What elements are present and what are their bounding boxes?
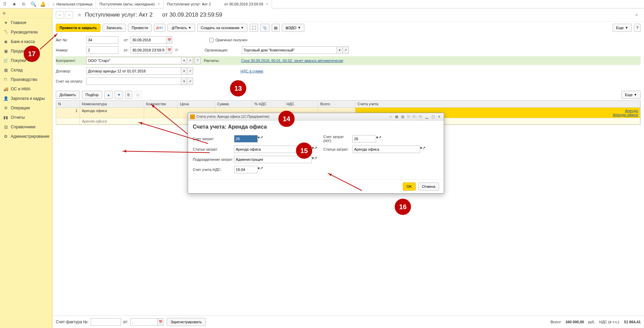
th-vat-pct[interactable]: % НДС (252, 101, 284, 107)
create-based-on-button[interactable]: Создать на основании▼ (197, 24, 248, 32)
m-icon[interactable]: M (406, 114, 411, 119)
th-total[interactable]: Всего (318, 101, 355, 107)
open-icon[interactable]: ↗ (314, 146, 317, 153)
cal-icon[interactable]: ▤ (400, 114, 405, 119)
tab-receipts[interactable]: Поступление (акты, накладные) × (96, 0, 164, 8)
cost-acct-input[interactable] (234, 135, 258, 143)
edo-button[interactable]: ⊞ ЭДО▼ (282, 24, 304, 32)
maximize-icon[interactable]: ▢ (430, 114, 436, 119)
search-icon[interactable]: 🔍 (28, 0, 38, 8)
sidebar-item-manager[interactable]: 〽Руководителю (0, 27, 52, 37)
dropdown-icon[interactable]: ▾ (181, 78, 187, 85)
move-down-button[interactable]: ▼ (115, 91, 123, 99)
close-icon[interactable]: × (266, 2, 268, 6)
th-n[interactable]: N (56, 101, 80, 107)
register-button[interactable]: Зарегистрировать (167, 318, 206, 326)
close-icon[interactable]: × (158, 2, 160, 6)
calc-icon[interactable]: ▦ (394, 114, 399, 119)
ok-button[interactable]: OK (403, 182, 416, 191)
invoice-input[interactable] (86, 78, 181, 85)
org-input[interactable] (242, 46, 337, 54)
post-button[interactable]: Провести (128, 24, 152, 32)
sidebar-item-sales[interactable]: ▣Продажи (0, 46, 52, 56)
contractor-input[interactable] (86, 57, 181, 64)
original-received-checkbox[interactable]: Оригинал получен (209, 38, 247, 42)
add-button[interactable]: Добавить (56, 91, 80, 99)
fav-icon[interactable]: ☆ (388, 114, 393, 119)
m-minus-icon[interactable]: M- (418, 114, 423, 119)
copy-button[interactable]: ⎘ (125, 91, 132, 99)
star-icon[interactable]: ★ (9, 0, 19, 8)
sidebar-item-operations[interactable]: ⚙Операции (0, 103, 52, 113)
contract-input[interactable] (86, 67, 181, 75)
open-icon[interactable]: ↗ (187, 78, 193, 85)
sidebar-item-reports[interactable]: ▮▮Отчеты (0, 113, 52, 122)
open-icon[interactable]: ↗ (422, 146, 426, 153)
structure-button[interactable]: ⛶ (250, 24, 258, 32)
close-icon[interactable]: ✕ (436, 114, 442, 119)
dropdown-icon[interactable]: ▾ (337, 46, 343, 54)
cost-acct-nu-input[interactable] (352, 135, 376, 143)
help-icon[interactable]: ? (194, 57, 201, 64)
th-qty[interactable]: Количество (144, 101, 178, 107)
th-sum[interactable]: Сумма (215, 101, 252, 107)
act-no-input[interactable] (86, 36, 118, 44)
th-accounts[interactable]: Счета учета (355, 101, 640, 107)
open-icon[interactable]: ↗ (378, 135, 382, 143)
m-plus-icon[interactable]: M+ (412, 114, 417, 119)
th-nomenclature[interactable]: Номенклатура (80, 101, 144, 107)
open-icon[interactable]: ↗ (260, 166, 263, 173)
list-button[interactable]: ▤ (272, 24, 280, 32)
sidebar-item-production[interactable]: ⛫Производство (0, 75, 52, 84)
attach-button[interactable]: 📎 (260, 24, 270, 32)
sidebar-item-assets[interactable]: 🚚ОС и НМА (0, 84, 52, 94)
move-up-button[interactable]: ▲ (104, 91, 113, 99)
calendar-icon[interactable]: 📅 (166, 36, 172, 44)
calendar-icon[interactable]: 📅 (166, 46, 172, 54)
dropdown-icon[interactable]: ▾ (181, 57, 187, 64)
menu-toggle-icon[interactable]: ≡ (0, 8, 52, 18)
back-button[interactable]: ← (56, 11, 64, 19)
cancel-button[interactable]: Отмена (418, 182, 439, 191)
act-date-input[interactable] (131, 36, 166, 44)
more-button[interactable]: Еще▼ (621, 91, 641, 99)
sidebar-item-hr[interactable]: 👤Зарплата и кадры (0, 94, 52, 103)
select-button[interactable]: Подбор (82, 91, 102, 99)
th-vat[interactable]: НДС (284, 101, 318, 107)
sidebar-item-warehouse[interactable]: ▦Склад (0, 65, 52, 75)
checkbox-input[interactable] (209, 38, 214, 42)
more-button[interactable]: Еще▼ (613, 24, 632, 32)
open-icon[interactable]: ↗ (260, 135, 263, 143)
minimize-icon[interactable]: ▁ (424, 114, 430, 119)
tab-receipt-act[interactable]: Поступление услуг: Акт 2 от 30.09.2018 2… (164, 0, 272, 8)
print-button[interactable]: 🖨 Печать▼ (167, 24, 195, 32)
calc-link[interactable]: Срок 30.09.2018, 60.01, 60.02, зачет ава… (241, 59, 343, 63)
help-button[interactable]: ? (634, 24, 641, 32)
cost-item-input[interactable] (234, 146, 312, 153)
open-icon[interactable]: ↗ (343, 46, 349, 54)
sidebar-item-main[interactable]: ★Главное (0, 18, 52, 27)
nds-link[interactable]: НДС в сумме (240, 69, 263, 73)
cost-item-nu-input[interactable] (352, 146, 420, 153)
sidebar-item-admin[interactable]: ✿Администрирование (0, 132, 52, 141)
sidebar-item-directories[interactable]: ▤Справочники (0, 122, 52, 132)
dt-kt-button[interactable]: ДтКт (154, 24, 165, 32)
sf-number-input[interactable] (91, 318, 121, 326)
dropdown-icon[interactable]: ▾ (181, 67, 187, 75)
vat-acct-input[interactable] (234, 166, 258, 173)
sf-date-input[interactable] (130, 318, 157, 326)
open-icon[interactable]: ↗ (314, 156, 317, 163)
number-input[interactable] (86, 46, 118, 54)
th-price[interactable]: Цена (178, 101, 215, 107)
post-and-close-button[interactable]: Провести и закрыть (56, 24, 100, 32)
close-icon[interactable]: × (635, 12, 638, 18)
open-icon[interactable]: ↗ (187, 57, 193, 64)
modal-titlebar[interactable]: Счета учета: Аренда офиса (1С:Предприяти… (188, 113, 444, 121)
refresh-icon[interactable]: ⟳ (175, 48, 178, 52)
number-date-input[interactable] (131, 46, 166, 54)
forward-button[interactable]: → (65, 11, 73, 19)
dept-input[interactable] (234, 156, 312, 163)
calendar-icon[interactable]: 📅 (157, 318, 163, 326)
paste-button[interactable]: ⎙ (134, 91, 141, 99)
tab-home[interactable]: ⌂ Начальная страница (49, 0, 96, 8)
